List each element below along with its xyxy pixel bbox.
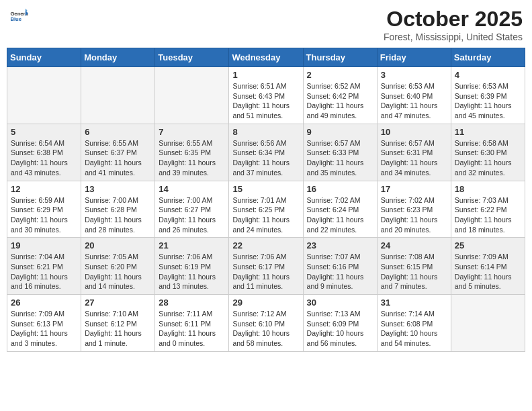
day-info: Sunrise: 6:59 AMSunset: 6:29 PMDaylight:…	[11, 195, 77, 235]
day-number: 3	[381, 70, 447, 80]
location: Forest, Mississippi, United States	[384, 32, 523, 42]
weekday-header-row: SundayMondayTuesdayWednesdayThursdayFrid…	[7, 48, 525, 67]
day-info: Sunrise: 7:01 AMSunset: 6:25 PMDaylight:…	[232, 195, 299, 235]
header: General Blue October 2025 Forest, Missis…	[7, 7, 525, 42]
day-number: 15	[232, 184, 299, 194]
day-number: 6	[85, 127, 151, 137]
logo: General Blue	[9, 7, 28, 26]
day-number: 10	[381, 127, 447, 137]
day-number: 7	[159, 127, 225, 137]
day-info: Sunrise: 7:00 AMSunset: 6:27 PMDaylight:…	[159, 195, 225, 235]
day-number: 18	[455, 184, 521, 194]
weekday-header-saturday: Saturday	[451, 48, 525, 67]
day-info: Sunrise: 7:02 AMSunset: 6:23 PMDaylight:…	[381, 195, 447, 235]
calendar-day-cell: 30Sunrise: 7:13 AMSunset: 6:09 PMDayligh…	[303, 295, 377, 352]
day-number: 16	[307, 184, 373, 194]
calendar-week-row: 19Sunrise: 7:04 AMSunset: 6:21 PMDayligh…	[7, 238, 525, 295]
day-info: Sunrise: 7:08 AMSunset: 6:15 PMDaylight:…	[381, 252, 447, 291]
calendar-day-cell: 18Sunrise: 7:03 AMSunset: 6:22 PMDayligh…	[451, 181, 525, 238]
day-info: Sunrise: 6:51 AMSunset: 6:43 PMDaylight:…	[232, 81, 299, 121]
calendar-day-cell: 13Sunrise: 7:00 AMSunset: 6:28 PMDayligh…	[81, 181, 155, 238]
calendar-day-cell: 25Sunrise: 7:09 AMSunset: 6:14 PMDayligh…	[451, 238, 525, 295]
day-info: Sunrise: 7:11 AMSunset: 6:11 PMDaylight:…	[159, 309, 225, 349]
day-number: 20	[85, 240, 151, 250]
day-info: Sunrise: 7:09 AMSunset: 6:13 PMDaylight:…	[11, 309, 77, 349]
weekday-header-friday: Friday	[377, 48, 451, 67]
day-info: Sunrise: 7:06 AMSunset: 6:17 PMDaylight:…	[232, 252, 299, 291]
calendar-day-cell	[81, 67, 155, 124]
day-number: 8	[232, 127, 299, 137]
calendar-day-cell: 6Sunrise: 6:55 AMSunset: 6:37 PMDaylight…	[81, 124, 155, 181]
svg-text:Blue: Blue	[10, 16, 21, 22]
day-info: Sunrise: 7:07 AMSunset: 6:16 PMDaylight:…	[307, 252, 373, 291]
logo-icon: General Blue	[9, 7, 28, 26]
calendar-day-cell: 23Sunrise: 7:07 AMSunset: 6:16 PMDayligh…	[303, 238, 377, 295]
calendar-day-cell: 15Sunrise: 7:01 AMSunset: 6:25 PMDayligh…	[229, 181, 303, 238]
day-number: 4	[455, 70, 521, 80]
day-number: 29	[232, 298, 299, 308]
day-info: Sunrise: 7:03 AMSunset: 6:22 PMDaylight:…	[455, 195, 521, 235]
day-number: 1	[232, 70, 299, 80]
day-info: Sunrise: 6:58 AMSunset: 6:30 PMDaylight:…	[455, 138, 521, 178]
calendar-day-cell: 12Sunrise: 6:59 AMSunset: 6:29 PMDayligh…	[7, 181, 81, 238]
calendar-day-cell: 28Sunrise: 7:11 AMSunset: 6:11 PMDayligh…	[155, 295, 229, 352]
day-info: Sunrise: 7:12 AMSunset: 6:10 PMDaylight:…	[232, 309, 299, 349]
calendar-day-cell: 8Sunrise: 6:56 AMSunset: 6:34 PMDaylight…	[229, 124, 303, 181]
day-number: 12	[11, 184, 77, 194]
day-info: Sunrise: 6:53 AMSunset: 6:39 PMDaylight:…	[455, 81, 521, 121]
calendar-day-cell: 22Sunrise: 7:06 AMSunset: 6:17 PMDayligh…	[229, 238, 303, 295]
day-number: 2	[307, 70, 373, 80]
calendar-day-cell: 17Sunrise: 7:02 AMSunset: 6:23 PMDayligh…	[377, 181, 451, 238]
day-number: 17	[381, 184, 447, 194]
calendar-day-cell: 9Sunrise: 6:57 AMSunset: 6:33 PMDaylight…	[303, 124, 377, 181]
day-number: 30	[307, 298, 373, 308]
day-number: 27	[85, 298, 151, 308]
calendar-day-cell: 26Sunrise: 7:09 AMSunset: 6:13 PMDayligh…	[7, 295, 81, 352]
calendar-day-cell: 5Sunrise: 6:54 AMSunset: 6:38 PMDaylight…	[7, 124, 81, 181]
day-info: Sunrise: 6:55 AMSunset: 6:35 PMDaylight:…	[159, 138, 225, 178]
day-number: 23	[307, 240, 373, 250]
calendar-week-row: 5Sunrise: 6:54 AMSunset: 6:38 PMDaylight…	[7, 124, 525, 181]
weekday-header-sunday: Sunday	[7, 48, 81, 67]
calendar-week-row: 12Sunrise: 6:59 AMSunset: 6:29 PMDayligh…	[7, 181, 525, 238]
title-area: October 2025 Forest, Mississippi, United…	[384, 7, 523, 42]
calendar-day-cell: 24Sunrise: 7:08 AMSunset: 6:15 PMDayligh…	[377, 238, 451, 295]
day-info: Sunrise: 7:09 AMSunset: 6:14 PMDaylight:…	[455, 252, 521, 291]
day-info: Sunrise: 6:56 AMSunset: 6:34 PMDaylight:…	[232, 138, 299, 178]
day-info: Sunrise: 6:54 AMSunset: 6:38 PMDaylight:…	[11, 138, 77, 178]
day-info: Sunrise: 6:57 AMSunset: 6:31 PMDaylight:…	[381, 138, 447, 178]
weekday-header-thursday: Thursday	[303, 48, 377, 67]
calendar-day-cell	[451, 295, 525, 352]
calendar-day-cell: 27Sunrise: 7:10 AMSunset: 6:12 PMDayligh…	[81, 295, 155, 352]
day-number: 19	[11, 240, 77, 250]
weekday-header-tuesday: Tuesday	[155, 48, 229, 67]
day-number: 25	[455, 240, 521, 250]
day-info: Sunrise: 7:10 AMSunset: 6:12 PMDaylight:…	[85, 309, 151, 349]
day-info: Sunrise: 6:55 AMSunset: 6:37 PMDaylight:…	[85, 138, 151, 178]
day-number: 11	[455, 127, 521, 137]
day-number: 14	[159, 184, 225, 194]
calendar-day-cell: 29Sunrise: 7:12 AMSunset: 6:10 PMDayligh…	[229, 295, 303, 352]
weekday-header-wednesday: Wednesday	[229, 48, 303, 67]
month-title: October 2025	[384, 7, 523, 32]
calendar-day-cell	[7, 67, 81, 124]
day-number: 21	[159, 240, 225, 250]
calendar-day-cell: 3Sunrise: 6:53 AMSunset: 6:40 PMDaylight…	[377, 67, 451, 124]
day-info: Sunrise: 7:14 AMSunset: 6:08 PMDaylight:…	[381, 309, 447, 349]
calendar-day-cell: 16Sunrise: 7:02 AMSunset: 6:24 PMDayligh…	[303, 181, 377, 238]
day-info: Sunrise: 6:52 AMSunset: 6:42 PMDaylight:…	[307, 81, 373, 121]
day-number: 13	[85, 184, 151, 194]
calendar-day-cell: 7Sunrise: 6:55 AMSunset: 6:35 PMDaylight…	[155, 124, 229, 181]
calendar-day-cell: 2Sunrise: 6:52 AMSunset: 6:42 PMDaylight…	[303, 67, 377, 124]
calendar-day-cell: 11Sunrise: 6:58 AMSunset: 6:30 PMDayligh…	[451, 124, 525, 181]
calendar-day-cell: 21Sunrise: 7:06 AMSunset: 6:19 PMDayligh…	[155, 238, 229, 295]
day-number: 9	[307, 127, 373, 137]
day-info: Sunrise: 7:00 AMSunset: 6:28 PMDaylight:…	[85, 195, 151, 235]
day-number: 22	[232, 240, 299, 250]
day-number: 31	[381, 298, 447, 308]
day-number: 26	[11, 298, 77, 308]
weekday-header-monday: Monday	[81, 48, 155, 67]
calendar-day-cell: 19Sunrise: 7:04 AMSunset: 6:21 PMDayligh…	[7, 238, 81, 295]
day-number: 5	[11, 127, 77, 137]
day-info: Sunrise: 7:13 AMSunset: 6:09 PMDaylight:…	[307, 309, 373, 349]
